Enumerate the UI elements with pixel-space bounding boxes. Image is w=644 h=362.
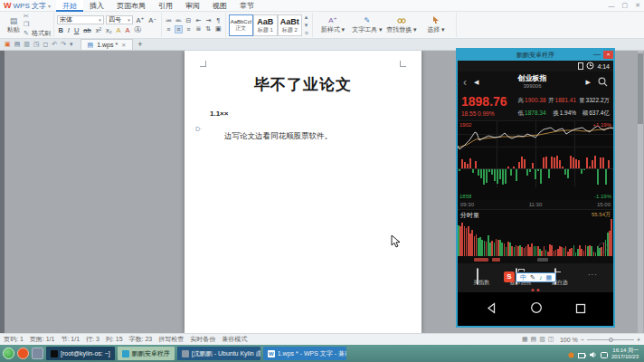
maximize-icon[interactable]: ▢	[619, 2, 632, 9]
zoom-in-icon[interactable]: +	[637, 337, 640, 343]
quickbar-more-icon[interactable]: ▾	[68, 41, 75, 48]
zoom-slider[interactable]	[587, 339, 634, 340]
sogou-input-toolbar[interactable]: S 中 ✎ ♪ ▦	[504, 272, 556, 282]
new-style-button[interactable]: A⁺ 新样式 ▾	[316, 16, 350, 34]
pen-icon[interactable]: ✎	[530, 273, 535, 281]
font-color-icon[interactable]: A	[124, 26, 131, 34]
shrink-font-icon[interactable]: A⁻	[147, 16, 158, 24]
text-tool-button[interactable]: ✎ 文字工具 ▾	[350, 16, 384, 34]
superscript-icon[interactable]: x²	[94, 26, 102, 34]
grow-font-icon[interactable]: A⁺	[135, 16, 146, 24]
document-body-text[interactable]: 边写论文边看同花顺股票软件。	[224, 131, 332, 140]
minimize-icon[interactable]: —	[605, 3, 619, 9]
cut-icon[interactable]: ✂	[23, 13, 51, 20]
format-painter-icon[interactable]: ✎	[23, 30, 30, 37]
outline-icon[interactable]: ⊟	[185, 17, 193, 24]
find-replace-button[interactable]: 查找替换 ▾	[384, 16, 419, 34]
wps-mini-logo-icon[interactable]: ▣	[3, 41, 13, 48]
format-painter-label[interactable]: 格式刷	[32, 29, 51, 38]
emulator-minimize-icon[interactable]: —	[593, 52, 601, 57]
file-manager-icon[interactable]	[32, 348, 43, 359]
volume-icon[interactable]	[590, 346, 597, 362]
preview-icon[interactable]: ◻	[42, 41, 51, 48]
align-left-icon[interactable]: ≡	[165, 26, 173, 33]
wps-logo[interactable]: W WPS 文字 ▾	[0, 1, 56, 11]
highlight-icon[interactable]: A	[115, 26, 122, 34]
style-normal[interactable]: AaBbCcl 正文	[229, 14, 253, 36]
sogou-logo-icon[interactable]: S	[504, 272, 515, 282]
tab-close-icon[interactable]: ✕	[121, 42, 126, 48]
kylin-start-icon[interactable]	[3, 348, 14, 359]
emulator-titlebar[interactable]: 鹏鹏安卓程序 — ×	[458, 50, 613, 61]
styles-more-icon[interactable]: ≡	[304, 30, 309, 36]
index-title[interactable]: 创业板指 399006	[478, 75, 585, 89]
style-heading1[interactable]: AaB 标题 1	[253, 14, 278, 36]
font-size-select[interactable]: 四号▾	[106, 15, 133, 24]
document-paragraph[interactable]: D· 边写论文边看同花顺股票软件。	[185, 126, 421, 142]
keyboard-icon[interactable]: ▦	[545, 273, 552, 281]
menu-tab-view[interactable]: 视图	[206, 0, 233, 12]
document-page[interactable]: 毕不了业论文 1.1×× D· 边写论文边看同花顺股票软件。	[185, 51, 421, 333]
next-index-icon[interactable]: ▶	[586, 79, 591, 86]
android-back-button[interactable]	[486, 301, 497, 318]
back-icon[interactable]: ‹	[463, 76, 467, 89]
font-name-select[interactable]: 宋体▾	[57, 15, 104, 24]
justify-icon[interactable]: ≣	[194, 25, 203, 33]
subscript-icon[interactable]: x₂	[104, 26, 113, 34]
menu-tab-home[interactable]: 开始	[56, 0, 83, 12]
intraday-chart[interactable]: 1902 +1.19% 1858 -1.19%	[458, 120, 613, 200]
document-title[interactable]: 毕不了业论文	[185, 74, 421, 95]
new-document-tab[interactable]: +	[133, 40, 147, 49]
notification-dot-icon[interactable]	[568, 346, 574, 362]
document-tab[interactable]: ▤ 1.wps * ✕	[80, 39, 134, 50]
save-icon[interactable]: ▤	[13, 41, 23, 48]
copy-icon[interactable]: ❐	[23, 21, 51, 28]
align-right-icon[interactable]: ≡	[185, 26, 193, 33]
zoom-out-icon[interactable]: −	[581, 337, 584, 343]
battery-icon[interactable]	[578, 346, 586, 362]
document-heading[interactable]: 1.1××	[210, 110, 421, 118]
menu-tab-insert[interactable]: 插入	[83, 0, 110, 12]
decrease-indent-icon[interactable]: ⇤	[194, 17, 203, 24]
vertical-scrollbar[interactable]	[638, 51, 643, 333]
refresh-icon[interactable]	[598, 243, 608, 252]
underline-icon[interactable]: U	[72, 26, 80, 34]
menu-tab-page-layout[interactable]: 页面布局	[110, 0, 152, 12]
output-icon[interactable]: ▥	[22, 41, 32, 48]
more-actions-button[interactable]: ···	[588, 271, 598, 286]
view-fullscreen-icon[interactable]: ◫	[548, 336, 554, 343]
android-home-button[interactable]	[530, 301, 543, 318]
bullet-list-icon[interactable]: ≔	[165, 17, 173, 24]
bold-icon[interactable]: B	[57, 26, 64, 34]
taskbar-terminal-window[interactable]: [root@kylin-os: ~]	[46, 347, 115, 360]
volume-pane[interactable]: 分时量 55.54万	[458, 209, 613, 256]
zh-mode-icon[interactable]: 中	[520, 273, 526, 281]
status-backup[interactable]: 实时备份	[190, 335, 215, 344]
italic-icon[interactable]: I	[66, 26, 71, 34]
menu-tab-review[interactable]: 审阅	[179, 0, 206, 12]
char-border-icon[interactable]: Ⓐ	[133, 25, 143, 34]
input-method-icon[interactable]	[601, 346, 608, 362]
align-center-icon[interactable]: ≡	[175, 25, 183, 33]
view-web-icon[interactable]: ▥	[539, 336, 545, 343]
emulator-close-icon[interactable]: ×	[603, 51, 613, 59]
paste-button[interactable]: ▤ 粘贴	[5, 16, 23, 34]
ubuntu-kylin-icon[interactable]	[17, 348, 29, 359]
status-spellcheck[interactable]: 拼写检查	[158, 335, 184, 344]
view-mode-icon[interactable]: ▦	[522, 336, 528, 343]
menu-tab-references[interactable]: 引用	[152, 0, 179, 12]
voice-icon[interactable]: ♪	[539, 273, 543, 281]
taskbar-clock[interactable]: 16:14 周一 2017/10/23	[611, 348, 639, 360]
menu-tab-section[interactable]: 章节	[233, 0, 260, 12]
show-marks-icon[interactable]: ¶	[214, 17, 223, 24]
android-recents-button[interactable]	[575, 301, 586, 318]
taskbar-emulator-window[interactable]: 鹏鹏安卓程序	[118, 347, 175, 360]
shading-icon[interactable]: ▣	[214, 25, 223, 33]
view-outline-icon[interactable]: ▤	[531, 336, 537, 343]
buy-index-button[interactable]: 买指数	[473, 269, 489, 287]
select-button[interactable]: 选择 ▾	[419, 16, 453, 34]
scrollbar-thumb[interactable]	[638, 53, 643, 124]
strikethrough-icon[interactable]: ab	[82, 26, 92, 34]
number-list-icon[interactable]: ≕	[175, 17, 183, 24]
styles-up-icon[interactable]: ▴	[304, 14, 309, 21]
